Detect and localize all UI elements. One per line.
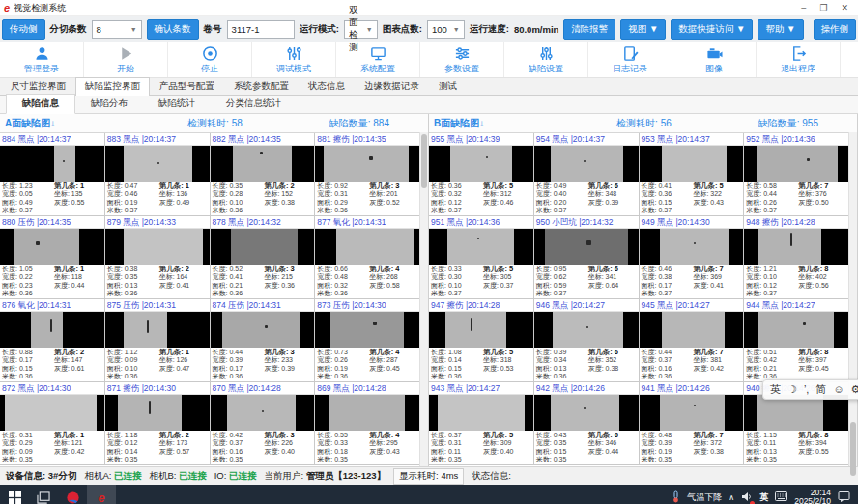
defect-cell-header: 871 擦伤 |20:14:30 — [105, 382, 210, 395]
image-button[interactable]: 图像 — [672, 42, 757, 77]
drive-side-button[interactable]: 传动侧 — [2, 19, 45, 40]
defect-cell[interactable]: 946 黑点 |20:14:27 长度: 0.39 宽度: 0.34 面积: 0… — [534, 299, 640, 382]
main-tab-3[interactable]: 系统参数配置 — [224, 77, 299, 95]
volume-icon[interactable] — [741, 491, 753, 504]
ime-simplified-button[interactable]: 简 — [815, 384, 826, 395]
ime-lang-button[interactable]: 英 — [770, 384, 781, 395]
monitor-icon — [370, 45, 386, 62]
defect-cell[interactable]: 949 黑点 |20:14:30 长度: 0.46 宽度: 0.38 面积: 0… — [640, 216, 745, 299]
defect-cell[interactable]: 953 黑点 |20:14:37 长度: 0.41 宽度: 0.36 面积: 0… — [640, 133, 745, 216]
task-view-button[interactable] — [29, 485, 58, 504]
defect-thumbnail — [640, 312, 744, 348]
defect-cell[interactable]: 877 氧化 |20:14:31 长度: 0.66 宽度: 0.48 面积: 0… — [315, 216, 420, 299]
ime-language-indicator[interactable]: 英 — [759, 491, 768, 504]
defect-cell[interactable]: 872 黑点 |20:14:30 长度: 0.31 宽度: 0.29 面积: 0… — [0, 382, 105, 465]
defect-cell[interactable]: 869 黑点 |20:14:28 长度: 0.55 宽度: 0.33 面积: 0… — [315, 382, 420, 465]
clear-alarm-button[interactable]: 清除报警 — [563, 19, 615, 40]
weather-news-text[interactable]: 气温下降 — [687, 491, 722, 504]
sub-tab-3[interactable]: 分类信息统计 — [211, 95, 297, 113]
defect-cell[interactable]: 870 黑点 |20:14:28 长度: 0.42 宽度: 0.37 面积: 0… — [211, 382, 316, 465]
help-menu-button[interactable]: 帮助 ▼ — [758, 19, 803, 40]
defect-cell[interactable]: 876 氧化 |20:14:31 长度: 0.88 宽度: 0.17 面积: 0… — [0, 299, 105, 382]
defect-cell[interactable]: 880 压伤 |20:14:35 长度: 1.05 宽度: 0.22 面积: 0… — [0, 216, 105, 299]
main-tab-4[interactable]: 状态信息 — [299, 77, 355, 95]
defect-cell[interactable]: 955 黑点 |20:14:39 长度: 0.36 宽度: 0.32 面积: 0… — [429, 133, 534, 216]
touch-keyboard-icon[interactable] — [775, 491, 787, 503]
panel-a-scrollbar[interactable] — [419, 132, 428, 466]
defect-cell[interactable]: 882 黑点 |20:14:35 长度: 0.35 宽度: 0.28 面积: 0… — [211, 133, 316, 216]
operate-side-button[interactable]: 操作侧 — [814, 19, 857, 40]
quick-access-menu-button[interactable]: 数据快捷访问 ▼ — [671, 19, 753, 40]
defect-cell[interactable]: 873 压伤 |20:14:30 长度: 0.73 宽度: 0.26 面积: 0… — [315, 299, 420, 382]
ime-punctuation-button[interactable]: ’, — [804, 384, 810, 395]
admin-login-button[interactable]: 管理登录 — [0, 42, 84, 77]
start-button[interactable]: 开始 — [84, 42, 168, 77]
taskbar-app-icon[interactable] — [58, 485, 87, 504]
ime-mode-icon[interactable]: ☽ — [787, 384, 797, 395]
defect-cell[interactable]: 874 压伤 |20:14:31 长度: 0.44 宽度: 0.39 面积: 0… — [211, 299, 316, 382]
defect-image-strip — [551, 395, 619, 431]
defect-thumbnail — [0, 395, 104, 431]
defect-image-strip — [447, 229, 514, 265]
defect-thumbnail — [211, 146, 315, 182]
start-menu-button[interactable] — [0, 485, 29, 504]
defect-cell[interactable]: 881 擦伤 |20:14:35 长度: 0.92 宽度: 0.31 面积: 0… — [315, 133, 420, 216]
close-button[interactable]: ✕ — [841, 3, 848, 13]
sub-tab-1[interactable]: 缺陷分布 — [75, 95, 143, 113]
main-tab-5[interactable]: 边缘数据记录 — [355, 77, 429, 95]
defect-cell[interactable]: 952 黑点 |20:14:36 长度: 0.58 宽度: 0.44 面积: 0… — [744, 133, 849, 216]
thermometer-icon[interactable] — [672, 490, 680, 504]
defect-cell[interactable]: 944 黑点 |20:14:27 长度: 0.51 宽度: 0.42 面积: 0… — [744, 299, 849, 382]
defect-cell[interactable]: 883 黑点 |20:14:37 长度: 0.47 宽度: 0.46 面积: 0… — [105, 133, 211, 216]
defect-cell[interactable]: 941 黑点 |20:14:26 长度: 0.48 宽度: 0.39 面积: 0… — [640, 382, 745, 465]
defect-cell[interactable]: 954 黑点 |20:14:37 长度: 0.49 宽度: 0.40 面积: 0… — [534, 133, 640, 216]
ime-settings-icon[interactable]: ⚙ — [851, 384, 858, 395]
defect-mark — [803, 322, 806, 325]
main-tab-0[interactable]: 尺寸监控界面 — [1, 77, 75, 95]
defect-cell[interactable]: 948 擦伤 |20:14:28 长度: 1.21 宽度: 0.10 面积: 0… — [744, 216, 849, 299]
defect-mark — [369, 156, 373, 160]
slit-count-select[interactable]: 8▼ — [92, 20, 142, 39]
sub-tab-2[interactable]: 缺陷统计 — [143, 95, 211, 113]
view-menu-button[interactable]: 视图 ▼ — [620, 19, 666, 40]
tray-expand-chevron[interactable]: ∧ — [729, 493, 734, 502]
main-tab-6[interactable]: 测试 — [429, 77, 467, 95]
main-tab-1[interactable]: 缺陷监控界面 — [75, 77, 150, 96]
defect-cell[interactable]: 951 黑点 |20:14:36 长度: 0.33 宽度: 0.30 面积: 0… — [429, 216, 534, 299]
defect-cell[interactable]: 879 黑点 |20:14:33 长度: 0.38 宽度: 0.35 面积: 0… — [105, 216, 211, 299]
defect-info: 长度: 0.73 宽度: 0.26 面积: 0.19 米数: 0.36 第几条:… — [315, 348, 419, 380]
run-mode-select[interactable]: 双面检测▼ — [344, 20, 378, 39]
confirm-count-button[interactable]: 确认条数 — [147, 19, 199, 40]
log-record-button[interactable]: 日志记录 — [588, 42, 672, 77]
sub-tab-0[interactable]: 缺陷信息 — [6, 94, 75, 114]
scrollbar-thumb[interactable] — [421, 134, 427, 188]
panel-b-scrollbar[interactable] — [848, 132, 857, 466]
defect-cell[interactable]: 871 擦伤 |20:14:30 长度: 1.18 宽度: 0.12 面积: 0… — [105, 382, 211, 465]
defect-cell[interactable]: 950 小凹坑 |20:14:32 长度: 0.95 宽度: 0.62 面积: … — [534, 216, 640, 299]
scrollbar-thumb[interactable] — [850, 422, 856, 476]
defect-cell[interactable]: 875 压伤 |20:14:31 长度: 1.12 宽度: 0.09 面积: 0… — [105, 299, 211, 382]
defect-settings-button[interactable]: 缺陷设置 — [504, 42, 588, 77]
defect-cell[interactable]: 878 黑点 |20:14:32 长度: 0.52 宽度: 0.41 面积: 0… — [211, 216, 316, 299]
defect-cell[interactable]: 947 擦伤 |20:14:28 长度: 1.08 宽度: 0.14 面积: 0… — [429, 299, 534, 382]
roll-number-input[interactable]: 3117-1 — [227, 20, 295, 39]
parameter-settings-button[interactable]: 参数设置 — [420, 42, 504, 77]
main-tab-2[interactable]: 产品型号配置 — [150, 77, 224, 95]
defect-cell[interactable]: 884 黑点 |20:14:37 长度: 1.23 宽度: 0.05 面积: 0… — [0, 133, 105, 216]
exit-program-button[interactable]: 退出程序 — [757, 42, 841, 77]
defect-info: 长度: 0.41 宽度: 0.36 面积: 0.15 米数: 0.37 第几条:… — [640, 182, 744, 214]
debug-mode-button[interactable]: 调试模式 — [252, 42, 336, 77]
notification-center-icon[interactable] — [838, 490, 850, 504]
defect-cell[interactable]: 945 黑点 |20:14:27 长度: 0.44 宽度: 0.37 面积: 0… — [640, 299, 745, 382]
defect-info: 长度: 0.47 宽度: 0.46 面积: 0.19 米数: 0.37 第几条:… — [105, 182, 210, 214]
minimize-button[interactable]: – — [801, 3, 806, 13]
defect-cell[interactable]: 943 黑点 |20:14:27 长度: 0.37 宽度: 0.31 面积: 0… — [429, 382, 534, 465]
ime-emoji-icon[interactable]: ☺ — [833, 384, 844, 395]
taskbar-clock[interactable]: 20:14 2025/2/10 — [794, 489, 831, 504]
taskbar-active-app-icon[interactable]: e — [87, 485, 116, 504]
maximize-button[interactable]: ❐ — [819, 3, 827, 13]
chart-points-select[interactable]: 100▼ — [427, 20, 465, 39]
defect-cell[interactable]: 942 黑点 |20:14:26 长度: 0.43 宽度: 0.35 面积: 0… — [534, 382, 640, 465]
stop-button[interactable]: 停止 — [168, 42, 252, 77]
defect-info: 长度: 0.39 宽度: 0.34 面积: 0.13 米数: 0.36 第几条:… — [534, 348, 639, 380]
